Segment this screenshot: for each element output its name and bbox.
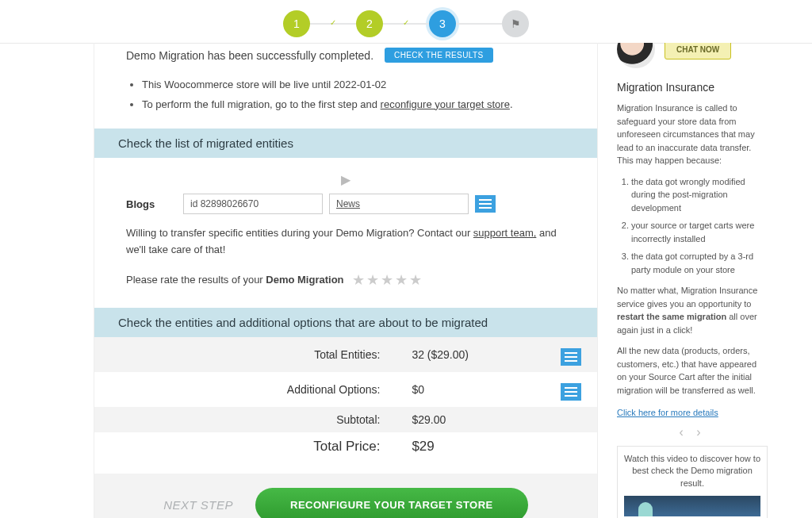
text-fragment: No matter what, Migration Insurance serv… xyxy=(617,286,757,309)
step-finish: ⚑ xyxy=(502,10,529,37)
progress-stepper: 1 ✓ 2 ✓ 3 ⚑ xyxy=(0,5,812,43)
row-total-price: Total Price: $29 xyxy=(94,432,597,461)
label-subtotal: Subtotal: xyxy=(94,407,396,432)
list-icon[interactable] xyxy=(475,195,496,213)
step-1[interactable]: 1 xyxy=(283,10,310,37)
star-rating[interactable]: ★★★★★ xyxy=(352,271,423,289)
check-results-button[interactable]: CHECK THE RESULTS xyxy=(385,48,493,63)
label-additional-options: Additional Options: xyxy=(94,372,396,407)
carousel-pager[interactable]: ‹ › xyxy=(617,425,768,439)
info-bullet-list: This Woocommerce store will be live unti… xyxy=(94,75,597,129)
step-3-current[interactable]: 3 xyxy=(429,10,456,37)
reason-item: your source or target carts were incorre… xyxy=(631,219,768,245)
insurance-reasons-list: the data got wrongly modified during the… xyxy=(617,175,768,277)
text-fragment: Willing to transfer specific entities du… xyxy=(126,227,473,239)
step-connector: ✓ xyxy=(310,23,356,25)
step-2[interactable]: 2 xyxy=(356,10,383,37)
sidebar-heading-insurance: Migration Insurance xyxy=(617,81,768,94)
text-fragment: Please rate the results of your xyxy=(126,274,266,286)
row-additional-options: Additional Options: $0 xyxy=(94,372,597,407)
reconfigure-store-link[interactable]: reconfigure your target store xyxy=(381,98,510,110)
value-subtotal: $29.00 xyxy=(396,407,513,432)
row-subtotal: Subtotal: $29.00 xyxy=(94,407,597,432)
video-caption: Watch this video to discover how to best… xyxy=(624,453,760,489)
entity-row-blogs: Blogs id 82898026670 News xyxy=(126,194,565,214)
sidebar-intro: Migration Insurance is called to safegua… xyxy=(617,102,768,167)
check-icon: ✓ xyxy=(330,18,336,27)
blog-id-cell[interactable]: id 82898026670 xyxy=(183,194,323,214)
reconfigure-target-store-button[interactable]: RECONFIGURE YOUR TARGET STORE xyxy=(255,488,528,518)
label-total-price: Total Price: xyxy=(94,432,396,461)
reason-item: the data got wrongly modified during the… xyxy=(631,175,768,215)
more-details-link[interactable]: Click here for more details xyxy=(617,408,718,417)
section-header-pricing: Check the entities and additional option… xyxy=(94,308,597,337)
text-bold: restart the same migration xyxy=(617,312,726,321)
step-connector: ✓ xyxy=(383,23,429,25)
list-icon[interactable] xyxy=(561,383,581,401)
value-additional-options: $0 xyxy=(396,372,513,407)
reason-item: the data got corrupted by a 3-rd party m… xyxy=(631,250,768,276)
text-bold: Demo Migration xyxy=(266,274,343,286)
sidebar-restart-text: No matter what, Migration Insurance serv… xyxy=(617,284,768,336)
demo-success-message: Demo Migration has been successfully com… xyxy=(126,49,373,62)
support-team-text: Willing to transfer specific entities du… xyxy=(126,225,565,259)
section-header-migrated-entities: Check the list of migrated entities xyxy=(94,129,597,158)
sidebar: CHAT NOW Migration Insurance Migration I… xyxy=(617,43,768,518)
rate-prompt: Please rate the results of your Demo Mig… xyxy=(126,274,344,286)
play-icon[interactable]: ▶ xyxy=(126,172,565,187)
value-total-price: $29 xyxy=(396,432,513,461)
check-icon: ✓ xyxy=(403,18,409,27)
video-promo-box[interactable]: Watch this video to discover how to best… xyxy=(617,446,768,518)
video-thumbnail[interactable] xyxy=(624,496,760,516)
next-step-area: NEXT STEP RECONFIGURE YOUR TARGET STORE xyxy=(94,474,597,518)
sidebar-new-data-text: All the new data (products, orders, cust… xyxy=(617,344,768,397)
list-icon[interactable] xyxy=(561,348,581,366)
support-team-link[interactable]: support team, xyxy=(473,227,537,239)
blog-name-link[interactable]: News xyxy=(329,194,469,214)
bullet-reconfigure: To perform the full migration, go to the… xyxy=(142,95,565,115)
value-total-entities: 32 ($29.00) xyxy=(396,337,513,372)
bullet-live-until: This Woocommerce store will be live unti… xyxy=(142,75,565,95)
blogs-label: Blogs xyxy=(126,198,177,210)
bullet-text: . xyxy=(510,98,513,110)
row-total-entities: Total Entities: 32 ($29.00) xyxy=(94,337,597,372)
bullet-text: To perform the full migration, go to the… xyxy=(142,98,381,110)
main-content: Demo Migration has been successfully com… xyxy=(94,43,598,518)
step-connector xyxy=(456,23,502,25)
next-step-label: NEXT STEP xyxy=(163,498,233,512)
pricing-table: Total Entities: 32 ($29.00) Additional O… xyxy=(94,337,597,461)
label-total-entities: Total Entities: xyxy=(94,337,396,372)
